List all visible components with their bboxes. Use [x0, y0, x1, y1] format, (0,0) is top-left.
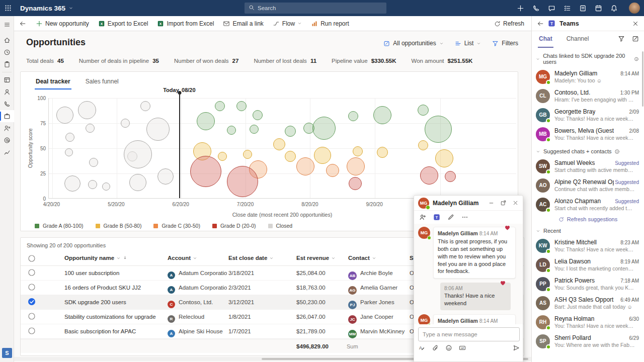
teams-tab[interactable]: Channel: [566, 31, 590, 48]
phone-icon[interactable]: [528, 0, 544, 16]
filter-icon[interactable]: [618, 35, 625, 42]
nav-item[interactable]: [0, 134, 14, 146]
account-cell[interactable]: AAlpine Ski House: [168, 328, 227, 337]
contact-cell[interactable]: PJParker Jones: [348, 299, 409, 309]
account-cell[interactable]: AAdatum Corporation: [168, 270, 227, 279]
teams-logo-icon[interactable]: T: [433, 214, 440, 221]
search-input[interactable]: [258, 5, 373, 11]
command-button[interactable]: X Import from Excel: [152, 16, 218, 31]
row-checkbox[interactable]: [28, 298, 36, 306]
contact-cell[interactable]: ABArchie Boyle: [348, 270, 409, 280]
new-chat-icon[interactable]: [632, 35, 639, 42]
opportunity-name[interactable]: 100 user subscription: [64, 270, 165, 276]
panel-close-icon[interactable]: [632, 20, 639, 27]
gif-icon[interactable]: GIF: [459, 344, 466, 351]
send-icon[interactable]: [513, 344, 520, 351]
refresh-suggestions-link[interactable]: Refresh suggestions: [558, 216, 617, 222]
chat-list-item[interactable]: MG Madelyn Gilliam8:14 AM Madelyn: You t…: [532, 67, 644, 86]
close-icon[interactable]: [512, 200, 519, 206]
command-button[interactable]: New opportunity: [31, 16, 94, 31]
row-checkbox[interactable]: [28, 327, 36, 335]
column-header[interactable]: Est close date: [228, 255, 294, 261]
nav-item[interactable]: [0, 110, 14, 122]
opportunity-name[interactable]: Stability customizations for upgrade: [64, 314, 165, 320]
back-button[interactable]: [14, 16, 31, 31]
opportunity-name[interactable]: SDK upgrade 200 users: [64, 299, 165, 305]
notifications-icon[interactable]: [606, 0, 622, 16]
nav-item[interactable]: [0, 86, 14, 98]
row-checkbox[interactable]: [28, 312, 36, 320]
message-input[interactable]: [418, 327, 520, 341]
nav-item[interactable]: [0, 58, 14, 70]
popout-icon[interactable]: [500, 200, 507, 206]
command-button[interactable]: Run report: [306, 16, 354, 31]
global-search[interactable]: [245, 3, 386, 14]
column-header[interactable]: Est revenue: [296, 255, 347, 261]
section-header-suggested[interactable]: Suggested chats + contacts: [532, 144, 644, 157]
refresh-button[interactable]: Refresh: [494, 16, 524, 31]
calendar-icon[interactable]: [591, 0, 606, 16]
column-header[interactable]: Opportunity name: [64, 255, 165, 261]
column-header[interactable]: Account: [168, 255, 227, 261]
contact-cell[interactable]: JCJane Cooper: [348, 314, 409, 324]
chat-list-item[interactable]: PP Patrick Powers7:18 AM You: Sounds gre…: [532, 275, 644, 294]
app-title[interactable]: Dynamics 365: [20, 5, 73, 12]
chat-list-item[interactable]: RH Reyna Holman6/30 You: Thanks! Have a …: [532, 313, 644, 332]
more-options-icon[interactable]: [461, 214, 468, 221]
chat-list-item[interactable]: AC Alonzo ChapmanSuggested Start chat wi…: [532, 195, 644, 214]
row-checkbox[interactable]: [28, 283, 36, 291]
select-all-checkbox[interactable]: [28, 254, 36, 262]
chat-list-item[interactable]: CL Contoso, Ltd.1:30 PM Hiram: I've been…: [532, 86, 644, 106]
opportunity-name[interactable]: Basic subscription for APAC: [64, 328, 165, 334]
panel-scrollbar[interactable]: [642, 51, 643, 107]
view-selector[interactable]: All opportunities: [383, 40, 443, 47]
waffle-icon[interactable]: [0, 0, 16, 16]
command-button[interactable]: X Export to Excel: [94, 16, 153, 31]
contact-cell[interactable]: MMMarvin McKinney: [348, 328, 409, 338]
chat-list-item[interactable]: GB Georgette Bray2/09 You: Thanks! Have …: [532, 106, 644, 125]
section-header-linked[interactable]: Chats linked to SDK upgrade 200 users: [532, 48, 644, 67]
emoji-icon[interactable]: [445, 344, 452, 351]
row-checkbox[interactable]: [28, 268, 36, 277]
teams-tab[interactable]: Chat: [538, 31, 553, 48]
section-header-recent[interactable]: Recent: [532, 223, 644, 236]
column-header[interactable]: Contact: [348, 255, 409, 261]
sales-app-button[interactable]: S: [2, 348, 12, 358]
add-people-icon[interactable]: [419, 214, 426, 221]
chat-list-item[interactable]: AS ASH Q3 Sales Opportunity6:49 AM Bart:…: [532, 294, 644, 313]
nav-item[interactable]: [0, 74, 14, 86]
nav-item[interactable]: [0, 34, 14, 46]
chart-tab[interactable]: Sales funnel: [85, 75, 120, 89]
nav-item[interactable]: [0, 46, 14, 58]
chat-list-item[interactable]: MB Bowers, Melva (Guest)2/08 You: Thanks…: [532, 125, 644, 144]
add-icon[interactable]: [513, 0, 528, 16]
nav-item[interactable]: [0, 122, 14, 134]
contact-cell[interactable]: AGAmelia Garner: [348, 285, 409, 295]
panel-back-icon[interactable]: [537, 20, 544, 27]
tasks-icon[interactable]: [559, 0, 575, 16]
nav-item[interactable]: [0, 98, 14, 110]
attach-icon[interactable]: [432, 344, 439, 351]
minimize-icon[interactable]: [488, 200, 495, 206]
account-cell[interactable]: AAdatum Corporation: [168, 285, 227, 294]
command-button[interactable]: Flow: [268, 16, 306, 31]
note-icon[interactable]: [575, 0, 591, 16]
user-avatar[interactable]: [629, 3, 640, 14]
chat-list-item[interactable]: KW Kristine Mitchell8:23 AM You: Thanks!…: [532, 236, 644, 255]
account-cell[interactable]: RRelecloud: [168, 314, 227, 323]
filters-button[interactable]: Filters: [492, 40, 518, 47]
format-icon[interactable]: A: [418, 344, 425, 351]
chat-list-item[interactable]: SP Sherri Pollard6/29 You: Where are we …: [532, 332, 644, 351]
command-button[interactable]: Email a link: [218, 16, 268, 31]
layout-selector[interactable]: List: [455, 40, 481, 47]
account-cell[interactable]: CContoso, Ltd.: [168, 299, 227, 308]
chat-icon[interactable]: [544, 0, 559, 16]
chart-tab[interactable]: Deal tracker: [35, 75, 71, 89]
nav-item[interactable]: [0, 146, 14, 158]
nav-menu-button[interactable]: [0, 19, 14, 31]
chat-list-item[interactable]: LD Lelia Dawson8:19 AM You: I lost the m…: [532, 255, 644, 275]
opportunity-name[interactable]: 16 orders of Product SKU JJ2: [64, 285, 165, 291]
chat-list-item[interactable]: AO Alpine Q2 Renewal OpportunitySuggeste…: [532, 176, 644, 195]
edit-icon[interactable]: [447, 214, 454, 221]
chat-list-item[interactable]: SW Samuel WeeksSuggested Start chatting …: [532, 157, 644, 176]
